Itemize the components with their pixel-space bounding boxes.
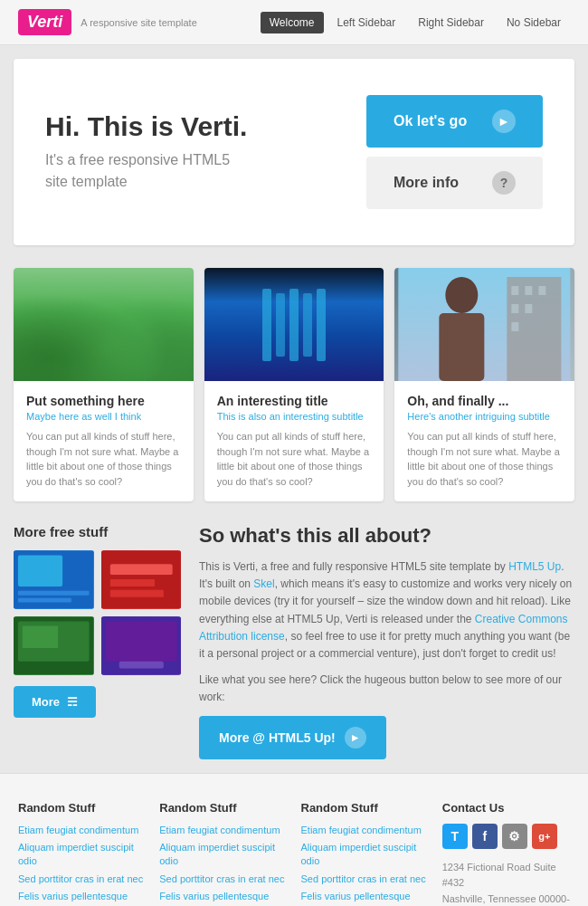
about-para-1: This is Verti, a free and fully responsi… <box>199 558 574 663</box>
footer-col-2: Random Stuff Etiam feugiat condimentum A… <box>159 801 287 907</box>
svg-rect-25 <box>23 625 58 648</box>
ok-lets-go-button[interactable]: Ok let's go ► <box>366 95 543 148</box>
svg-rect-9 <box>539 286 546 295</box>
logo-area: Verti A responsive site template <box>18 9 197 35</box>
thumbnail-2 <box>101 550 182 609</box>
svg-rect-12 <box>512 322 519 331</box>
cards-section: Put something here Maybe here as well I … <box>0 259 588 510</box>
content-section: More free stuff <box>0 510 588 773</box>
contact-title: Contact Us <box>442 801 570 815</box>
card-2: An interesting title This is also an int… <box>204 268 384 501</box>
footer-link[interactable]: Aliquam imperdiet suscipit odio <box>18 841 146 869</box>
svg-rect-1 <box>276 293 285 357</box>
html5up-link[interactable]: HTML5 Up <box>508 560 561 573</box>
settings-icon[interactable]: ⚙ <box>502 824 527 849</box>
thumbnail-1 <box>14 550 94 609</box>
card-3: Oh, and finally ... Here's another intri… <box>394 268 574 501</box>
skel-link[interactable]: Skel <box>253 577 274 590</box>
nav: Welcome Left Sidebar Right Sidebar No Si… <box>261 12 570 33</box>
about-title: So what's this all about? <box>199 524 574 548</box>
more-info-button[interactable]: More info ? <box>366 157 543 209</box>
nav-right-sidebar[interactable]: Right Sidebar <box>409 12 493 33</box>
card-1-text: You can put all kinds of stuff here, tho… <box>26 429 181 489</box>
more-button[interactable]: More ☴ <box>14 686 96 718</box>
footer-link[interactable]: Felis varius pellentesque potenti <box>18 890 146 906</box>
nav-left-sidebar[interactable]: Left Sidebar <box>328 12 405 33</box>
contact-col: Contact Us T f ⚙ g+ 1234 Fictional Road … <box>442 801 570 907</box>
footer-link[interactable]: Sed porttitor cras in erat nec <box>159 873 287 886</box>
thumbnail-3 <box>14 616 94 675</box>
tech-svg <box>258 284 330 366</box>
svg-rect-27 <box>105 621 176 661</box>
svg-point-13 <box>446 277 479 313</box>
twitter-icon[interactable]: T <box>442 824 468 849</box>
footer-col-3: Random Stuff Etiam feugiat condimentum A… <box>301 801 429 907</box>
about-para-2: Like what you see here? Click the hugeou… <box>199 672 574 706</box>
footer: Random Stuff Etiam feugiat condimentum A… <box>0 773 588 907</box>
footer-link[interactable]: Felis varius pellentesque potenti <box>301 890 429 906</box>
svg-rect-0 <box>262 289 271 361</box>
more-html5-button[interactable]: More @ HTML5 Up! ► <box>199 716 386 759</box>
footer-col-1: Random Stuff Etiam feugiat condimentum A… <box>18 801 146 907</box>
svg-rect-8 <box>526 286 533 295</box>
footer-col-1-title: Random Stuff <box>18 801 146 815</box>
gplus-icon[interactable]: g+ <box>532 824 557 849</box>
card-1-title: Put something here <box>26 394 181 408</box>
social-icons: T f ⚙ g+ <box>442 824 570 849</box>
card-3-image <box>394 268 574 381</box>
footer-link[interactable]: Etiam feugiat condimentum <box>159 824 287 837</box>
card-1-body: Put something here Maybe here as well I … <box>14 381 194 501</box>
header: Verti A responsive site template Welcome… <box>0 0 588 45</box>
hero-heading: Hi. This is Verti. <box>45 111 247 142</box>
svg-rect-7 <box>512 286 519 295</box>
svg-rect-20 <box>109 564 172 575</box>
facebook-icon[interactable]: f <box>472 824 498 849</box>
svg-rect-10 <box>512 304 519 313</box>
footer-col-2-title: Random Stuff <box>159 801 287 815</box>
card-3-subtitle: Here's another intriguing subtitle <box>407 411 562 422</box>
more-free-stuff-title: More free stuff <box>14 524 181 539</box>
svg-rect-18 <box>18 598 71 603</box>
hero-section: Hi. This is Verti. It's a free responsiv… <box>14 59 574 245</box>
footer-link[interactable]: Aliquam imperdiet suscipit odio <box>159 841 287 869</box>
right-col: So what's this all about? This is Verti,… <box>199 524 574 759</box>
card-1-image <box>14 268 194 381</box>
svg-rect-16 <box>18 555 62 586</box>
tagline: A responsive site template <box>81 17 196 28</box>
svg-rect-17 <box>18 591 90 596</box>
thumbnail-grid <box>14 550 181 675</box>
footer-link[interactable]: Etiam feugiat condimentum <box>18 824 146 837</box>
nav-welcome[interactable]: Welcome <box>261 12 324 33</box>
card-2-text: You can put all kinds of stuff here, tho… <box>217 429 372 489</box>
left-col: More free stuff <box>14 524 181 759</box>
svg-rect-4 <box>317 289 326 361</box>
svg-rect-14 <box>440 313 485 381</box>
card-2-title: An interesting title <box>217 394 372 408</box>
thumbnail-4 <box>101 616 182 675</box>
card-1: Put something here Maybe here as well I … <box>14 268 194 501</box>
svg-rect-28 <box>119 662 163 669</box>
footer-link[interactable]: Etiam feugiat condimentum <box>301 824 429 837</box>
hero-subtext: It's a free responsive HTML5site templat… <box>45 149 247 193</box>
svg-rect-11 <box>526 304 533 313</box>
card-3-title: Oh, and finally ... <box>407 394 562 408</box>
footer-col-3-title: Random Stuff <box>301 801 429 815</box>
person-svg <box>394 268 574 381</box>
footer-link[interactable]: Sed porttitor cras in erat nec <box>301 873 429 886</box>
logo: Verti <box>18 9 71 35</box>
footer-link[interactable]: Sed porttitor cras in erat nec <box>18 873 146 886</box>
arrow-icon: ► <box>492 110 516 133</box>
nav-no-sidebar[interactable]: No Sidebar <box>498 12 570 33</box>
footer-link[interactable]: Felis varius pellentesque potenti <box>159 890 287 906</box>
question-icon: ? <box>492 171 516 195</box>
card-1-subtitle: Maybe here as well I think <box>26 411 181 422</box>
card-2-subtitle: This is also an interesting subtitle <box>217 411 372 422</box>
card-2-body: An interesting title This is also an int… <box>204 381 384 501</box>
svg-rect-22 <box>109 590 163 597</box>
copy-icon: ☴ <box>67 695 78 709</box>
cc-link[interactable]: Creative Commons Attribution license <box>199 613 568 643</box>
svg-rect-2 <box>289 289 299 361</box>
card-2-image <box>204 268 384 381</box>
footer-link[interactable]: Aliquam imperdiet suscipit odio <box>301 841 429 869</box>
card-3-body: Oh, and finally ... Here's another intri… <box>394 381 574 501</box>
